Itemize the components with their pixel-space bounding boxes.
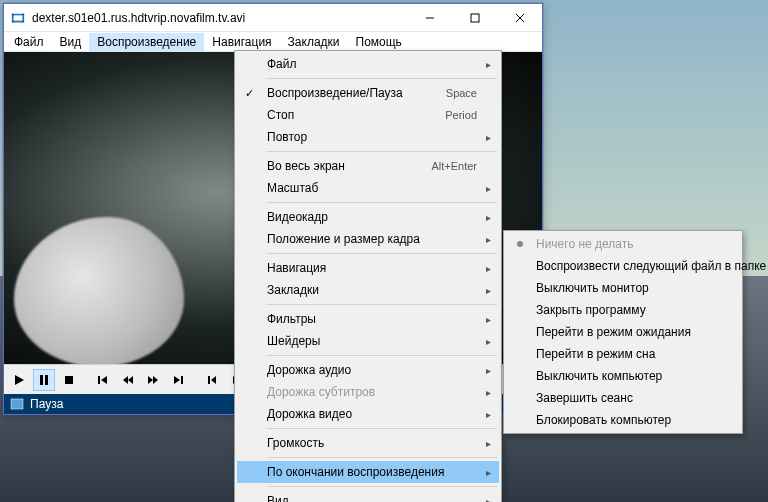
chevron-right-icon: ▸ bbox=[486, 285, 491, 296]
menu-item[interactable]: Фильтры▸ bbox=[237, 308, 499, 330]
menu-воспроизведение[interactable]: Воспроизведение bbox=[89, 33, 204, 51]
svg-rect-5 bbox=[22, 20, 24, 22]
svg-marker-17 bbox=[128, 376, 133, 384]
svg-rect-11 bbox=[40, 375, 43, 385]
menu-item[interactable]: Громкость▸ bbox=[237, 432, 499, 454]
submenu-item[interactable]: Завершить сеанс bbox=[506, 387, 740, 409]
menu-item[interactable]: Масштаб▸ bbox=[237, 177, 499, 199]
submenu-item-label: Перейти в режим сна bbox=[536, 347, 655, 361]
svg-rect-26 bbox=[11, 399, 23, 409]
menu-item-label: Громкость bbox=[267, 436, 324, 450]
menu-item[interactable]: Навигация▸ bbox=[237, 257, 499, 279]
app-icon bbox=[10, 10, 26, 26]
menu-item[interactable]: СтопPeriod bbox=[237, 104, 499, 126]
submenu-item-label: Выключить компьютер bbox=[536, 369, 662, 383]
chevron-right-icon: ▸ bbox=[486, 314, 491, 325]
menu-item-label: Во весь экран bbox=[267, 159, 345, 173]
menu-item-label: Положение и размер кадра bbox=[267, 232, 420, 246]
chevron-right-icon: ▸ bbox=[486, 467, 491, 478]
submenu-item[interactable]: Выключить компьютер bbox=[506, 365, 740, 387]
step-back-button[interactable] bbox=[201, 369, 223, 391]
menu-item-label: Воспроизведение/Пауза bbox=[267, 86, 403, 100]
menu-separator bbox=[267, 428, 497, 429]
menu-item[interactable]: Видеокадр▸ bbox=[237, 206, 499, 228]
submenu-item-label: Перейти в режим ожидания bbox=[536, 325, 691, 339]
menu-item[interactable]: Положение и размер кадра▸ bbox=[237, 228, 499, 250]
submenu-item[interactable]: Перейти в режим сна bbox=[506, 343, 740, 365]
chevron-right-icon: ▸ bbox=[486, 132, 491, 143]
menu-separator bbox=[267, 78, 497, 79]
window-controls bbox=[407, 4, 542, 32]
chevron-right-icon: ▸ bbox=[486, 409, 491, 420]
menu-item[interactable]: Дорожка аудио▸ bbox=[237, 359, 499, 381]
chevron-right-icon: ▸ bbox=[486, 365, 491, 376]
forward-button[interactable] bbox=[142, 369, 164, 391]
svg-marker-18 bbox=[148, 376, 153, 384]
menu-item-label: Повтор bbox=[267, 130, 307, 144]
play-button[interactable] bbox=[8, 369, 30, 391]
status-label: Пауза bbox=[30, 397, 63, 411]
menu-закладки[interactable]: Закладки bbox=[280, 33, 348, 51]
submenu-item-label: Выключить монитор bbox=[536, 281, 649, 295]
menubar: ФайлВидВоспроизведениеНавигацияЗакладкиП… bbox=[4, 32, 542, 52]
status-icon bbox=[10, 397, 24, 411]
svg-rect-1 bbox=[14, 15, 23, 20]
skip-back-button[interactable] bbox=[92, 369, 114, 391]
chevron-right-icon: ▸ bbox=[486, 183, 491, 194]
submenu-item[interactable]: Воспроизвести следующий файл в папке bbox=[506, 255, 740, 277]
maximize-button[interactable] bbox=[452, 4, 497, 32]
submenu-item[interactable]: Блокировать компьютер bbox=[506, 409, 740, 431]
menu-item[interactable]: Шейдеры▸ bbox=[237, 330, 499, 352]
radio-icon bbox=[517, 241, 523, 247]
svg-rect-21 bbox=[181, 376, 183, 384]
menu-помощь[interactable]: Помощь bbox=[348, 33, 410, 51]
menu-separator bbox=[267, 355, 497, 356]
rewind-button[interactable] bbox=[117, 369, 139, 391]
svg-marker-20 bbox=[174, 376, 180, 384]
svg-marker-16 bbox=[123, 376, 128, 384]
menu-separator bbox=[267, 486, 497, 487]
menu-файл[interactable]: Файл bbox=[6, 33, 52, 51]
submenu-item: Ничего не делать bbox=[506, 233, 740, 255]
menu-вид[interactable]: Вид bbox=[52, 33, 90, 51]
minimize-button[interactable] bbox=[407, 4, 452, 32]
submenu-item[interactable]: Выключить монитор bbox=[506, 277, 740, 299]
stop-button[interactable] bbox=[58, 369, 80, 391]
menu-item[interactable]: Повтор▸ bbox=[237, 126, 499, 148]
menu-item-label: Фильтры bbox=[267, 312, 316, 326]
svg-rect-7 bbox=[471, 14, 479, 22]
submenu-item[interactable]: Перейти в режим ожидания bbox=[506, 321, 740, 343]
submenu-item-label: Закрыть программу bbox=[536, 303, 646, 317]
menu-separator bbox=[267, 457, 497, 458]
chevron-right-icon: ▸ bbox=[486, 438, 491, 449]
menu-навигация[interactable]: Навигация bbox=[204, 33, 279, 51]
menu-item[interactable]: Вид▸ bbox=[237, 490, 499, 502]
menu-item-label: Дорожка субтитров bbox=[267, 385, 375, 399]
titlebar[interactable]: dexter.s01e01.rus.hdtvrip.novafilm.tv.av… bbox=[4, 4, 542, 32]
svg-rect-13 bbox=[65, 376, 73, 384]
menu-item-label: Закладки bbox=[267, 283, 319, 297]
menu-item[interactable]: ✓Воспроизведение/ПаузаSpace bbox=[237, 82, 499, 104]
menu-shortcut: Period bbox=[445, 109, 477, 121]
submenu-item-label: Завершить сеанс bbox=[536, 391, 633, 405]
menu-item[interactable]: По окончании воспроизведения▸ bbox=[237, 461, 499, 483]
submenu-item-label: Воспроизвести следующий файл в папке bbox=[536, 259, 766, 273]
menu-item[interactable]: Дорожка видео▸ bbox=[237, 403, 499, 425]
window-title: dexter.s01e01.rus.hdtvrip.novafilm.tv.av… bbox=[32, 11, 407, 25]
menu-item-label: Дорожка аудио bbox=[267, 363, 351, 377]
skip-forward-button[interactable] bbox=[167, 369, 189, 391]
chevron-right-icon: ▸ bbox=[486, 234, 491, 245]
svg-rect-2 bbox=[12, 13, 14, 15]
submenu-item[interactable]: Закрыть программу bbox=[506, 299, 740, 321]
menu-item[interactable]: Во весь экранAlt+Enter bbox=[237, 155, 499, 177]
menu-item-label: Масштаб bbox=[267, 181, 318, 195]
chevron-right-icon: ▸ bbox=[486, 387, 491, 398]
menu-item[interactable]: Файл▸ bbox=[237, 53, 499, 75]
chevron-right-icon: ▸ bbox=[486, 212, 491, 223]
menu-item[interactable]: Закладки▸ bbox=[237, 279, 499, 301]
svg-marker-10 bbox=[15, 375, 24, 385]
close-button[interactable] bbox=[497, 4, 542, 32]
menu-item: Дорожка субтитров▸ bbox=[237, 381, 499, 403]
svg-marker-23 bbox=[211, 376, 216, 384]
pause-button[interactable] bbox=[33, 369, 55, 391]
